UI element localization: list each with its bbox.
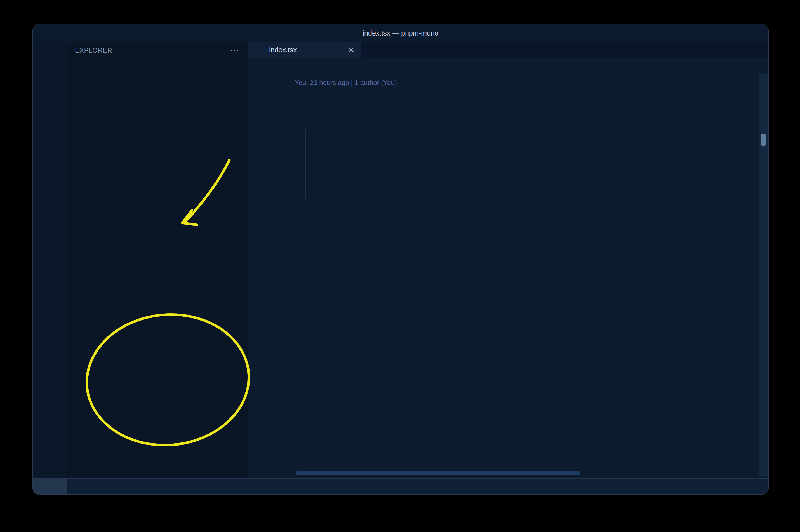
title-bar: index.tsx — pnpm-mono xyxy=(33,24,768,42)
workbench: EXPLORER ⋯ index.tsx ✕ You, 23 hours ago… xyxy=(33,42,768,478)
indent-guide xyxy=(316,142,316,185)
overview-ruler-marker xyxy=(761,134,766,146)
close-button[interactable] xyxy=(40,29,48,37)
vertical-scrollbar[interactable] xyxy=(759,74,768,476)
desktop: { "window": { "title": "index.tsx — pnpm… xyxy=(0,0,800,532)
window-title: index.tsx — pnpm-mono xyxy=(33,29,768,37)
gitlens-blame-annotation: You, 23 hours ago | 1 author (You) xyxy=(248,74,768,87)
editor-actions xyxy=(761,42,768,58)
tab-bar: index.tsx ✕ xyxy=(248,42,768,58)
explorer-sidebar: EXPLORER ⋯ xyxy=(67,42,248,478)
horizontal-scrollbar[interactable] xyxy=(296,471,579,475)
sidebar-title: EXPLORER xyxy=(75,47,112,54)
status-bar xyxy=(33,478,768,494)
vscode-window: index.tsx — pnpm-mono EXPLORER ⋯ index.t… xyxy=(33,24,769,495)
remote-indicator[interactable] xyxy=(33,479,67,494)
react-icon xyxy=(254,45,265,55)
sidebar-header: EXPLORER ⋯ xyxy=(67,42,248,59)
indent-guide xyxy=(305,129,306,198)
breadcrumb xyxy=(248,58,768,74)
tab-label: index.tsx xyxy=(269,46,297,54)
tab-close-icon[interactable]: ✕ xyxy=(348,45,355,55)
minimize-button[interactable] xyxy=(53,29,60,37)
code-editor[interactable]: You, 23 hours ago | 1 author (You) xyxy=(248,74,768,478)
zoom-button[interactable] xyxy=(65,29,73,37)
tab-index-tsx[interactable]: index.tsx ✕ xyxy=(248,42,361,58)
activity-bar xyxy=(33,42,67,478)
editor-pane: index.tsx ✕ You, 23 hours ago | 1 author… xyxy=(248,42,768,478)
traffic-lights xyxy=(33,29,73,37)
overview-ruler-line xyxy=(759,133,768,133)
